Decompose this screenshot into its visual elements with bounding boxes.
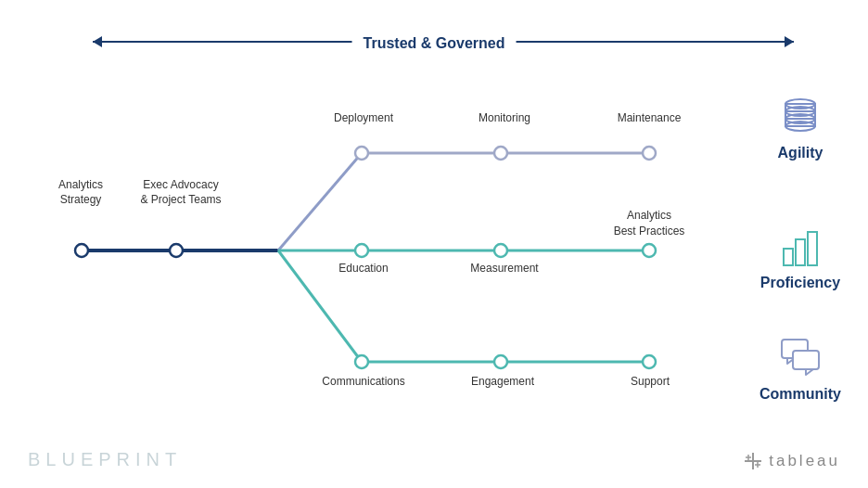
proficiency-label: Proficiency bbox=[760, 275, 840, 291]
proficiency-group: Proficiency bbox=[759, 223, 842, 291]
svg-point-17 bbox=[494, 244, 507, 257]
svg-point-18 bbox=[643, 244, 656, 257]
agility-icon bbox=[776, 93, 824, 141]
svg-point-19 bbox=[355, 355, 368, 368]
main-container: Trusted & Governed bbox=[0, 0, 868, 488]
svg-point-15 bbox=[643, 147, 656, 160]
svg-rect-31 bbox=[808, 232, 817, 265]
maintenance-label: Maintenance bbox=[608, 111, 690, 126]
svg-point-12 bbox=[170, 244, 183, 257]
svg-point-20 bbox=[494, 355, 507, 368]
svg-point-14 bbox=[494, 147, 507, 160]
analytics-best-practices-label: Analytics Best Practices bbox=[608, 208, 690, 239]
community-group: Community bbox=[759, 334, 842, 403]
svg-rect-34 bbox=[793, 351, 819, 369]
deployment-label: Deployment bbox=[326, 111, 401, 126]
svg-rect-30 bbox=[796, 239, 805, 265]
svg-point-13 bbox=[355, 147, 368, 160]
svg-line-2 bbox=[278, 153, 362, 250]
engagement-label: Engagement bbox=[466, 375, 540, 390]
trusted-label: Trusted & Governed bbox=[352, 35, 517, 52]
analytics-strategy-label: Analytics Strategy bbox=[48, 178, 113, 207]
blueprint-text: BLUEPRINT bbox=[28, 447, 182, 471]
svg-point-16 bbox=[355, 244, 368, 257]
tableau-logo: tableau bbox=[743, 451, 840, 471]
communications-label: Communications bbox=[317, 375, 410, 390]
agility-label: Agility bbox=[778, 145, 823, 161]
support-label: Support bbox=[618, 375, 683, 390]
tableau-icon bbox=[743, 451, 763, 471]
svg-point-11 bbox=[75, 244, 88, 257]
diagram-svg bbox=[0, 0, 868, 488]
tableau-text: tableau bbox=[769, 452, 840, 470]
education-label: Education bbox=[326, 262, 401, 276]
svg-rect-29 bbox=[784, 249, 793, 265]
community-label: Community bbox=[760, 386, 841, 403]
svg-marker-35 bbox=[806, 369, 813, 375]
svg-point-21 bbox=[643, 355, 656, 368]
agility-group: Agility bbox=[759, 93, 842, 161]
community-icon bbox=[776, 334, 824, 382]
exec-advocacy-label: Exec Advocacy & Project Teams bbox=[139, 178, 223, 207]
proficiency-icon bbox=[776, 223, 824, 271]
monitoring-label: Monitoring bbox=[467, 111, 542, 126]
measurement-label: Measurement bbox=[464, 262, 545, 276]
